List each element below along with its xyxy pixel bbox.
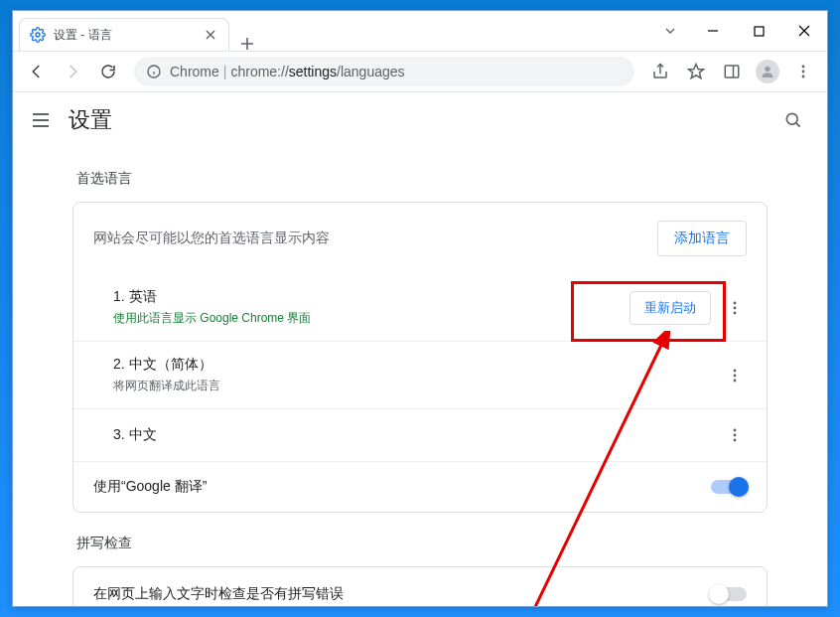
svg-point-9: [802, 66, 805, 69]
google-translate-toggle[interactable]: [711, 480, 747, 494]
more-icon[interactable]: [723, 296, 747, 320]
more-icon[interactable]: [723, 423, 747, 447]
chevron-down-icon[interactable]: [650, 11, 690, 51]
bookmark-star-icon[interactable]: [680, 56, 712, 87]
spellcheck-row: 在网页上输入文字时检查是否有拼写错误: [73, 567, 767, 606]
browser-tab[interactable]: 设置 - 语言: [19, 18, 229, 51]
language-row: 3. 中文: [73, 408, 767, 461]
svg-point-16: [734, 311, 737, 314]
restart-button[interactable]: 重新启动: [630, 291, 711, 325]
window-maximize-button[interactable]: [736, 11, 781, 51]
svg-line-13: [796, 123, 800, 127]
back-button[interactable]: [21, 56, 53, 87]
share-icon[interactable]: [644, 56, 676, 87]
svg-point-8: [765, 67, 770, 72]
preferred-languages-card: 网站会尽可能以您的首选语言显示内容 添加语言 1. 英语 使用此语言显示 Goo…: [72, 202, 768, 513]
svg-point-14: [734, 301, 737, 304]
window-minimize-button[interactable]: [690, 11, 736, 51]
address-bar[interactable]: Chrome|chrome://settings/languages: [134, 57, 634, 86]
spellcheck-card: 在网页上输入文字时检查是否有拼写错误: [72, 566, 768, 606]
spellcheck-label: 在网页上输入文字时检查是否有拼写错误: [93, 585, 344, 603]
menu-icon[interactable]: [29, 108, 53, 132]
forward-button[interactable]: [57, 56, 88, 87]
settings-appbar: 设置: [13, 92, 827, 148]
window-close-button[interactable]: [781, 11, 827, 51]
svg-point-10: [802, 71, 805, 74]
page-scroll[interactable]: 设置 首选语言 网站会尽可能以您的首选语言显示内容 添加语言 1. 英语: [13, 92, 827, 606]
language-name: 3. 中文: [113, 426, 723, 444]
page-title: 设置: [69, 105, 760, 135]
language-row: 1. 英语 使用此语言显示 Google Chrome 界面 重新启动: [73, 274, 767, 341]
svg-point-17: [734, 369, 737, 372]
profile-button[interactable]: [752, 56, 783, 87]
svg-point-20: [734, 429, 737, 432]
svg-rect-1: [755, 27, 764, 36]
svg-point-11: [802, 76, 805, 78]
reload-button[interactable]: [92, 56, 124, 87]
google-translate-label: 使用“Google 翻译”: [93, 478, 207, 496]
new-tab-button[interactable]: [233, 37, 261, 51]
browser-menu-icon[interactable]: [787, 56, 819, 87]
language-row: 2. 中文（简体） 将网页翻译成此语言: [73, 341, 767, 408]
avatar-icon: [756, 60, 779, 83]
close-tab-icon[interactable]: [203, 27, 218, 43]
language-subtitle: 将网页翻译成此语言: [113, 378, 723, 394]
search-icon[interactable]: [775, 102, 811, 138]
url-text: Chrome|chrome://settings/languages: [170, 64, 405, 79]
section-label-spellcheck: 拼写检查: [76, 535, 768, 552]
svg-point-15: [734, 306, 737, 309]
svg-point-12: [786, 113, 797, 124]
section-label-preferred-languages: 首选语言: [76, 170, 768, 188]
svg-marker-5: [689, 65, 704, 78]
svg-rect-6: [725, 66, 739, 77]
preferred-languages-description: 网站会尽可能以您的首选语言显示内容: [93, 230, 330, 247]
spellcheck-toggle[interactable]: [711, 587, 747, 601]
google-translate-row: 使用“Google 翻译”: [73, 461, 767, 512]
svg-point-18: [734, 374, 737, 377]
language-subtitle: 使用此语言显示 Google Chrome 界面: [113, 310, 630, 327]
more-icon[interactable]: [723, 364, 747, 387]
add-language-button[interactable]: 添加语言: [657, 221, 747, 256]
site-info-icon[interactable]: [146, 64, 162, 79]
svg-point-21: [734, 434, 737, 437]
gear-icon: [30, 27, 46, 43]
svg-point-19: [734, 379, 737, 382]
side-panel-icon[interactable]: [716, 56, 748, 87]
titlebar: 设置 - 语言: [13, 11, 827, 52]
svg-point-0: [36, 33, 40, 37]
browser-window: 设置 - 语言: [12, 10, 828, 607]
language-name: 2. 中文（简体）: [113, 356, 723, 374]
language-name: 1. 英语: [113, 288, 630, 306]
tab-title: 设置 - 语言: [54, 27, 195, 44]
svg-point-22: [734, 439, 737, 442]
browser-toolbar: Chrome|chrome://settings/languages: [13, 52, 827, 92]
